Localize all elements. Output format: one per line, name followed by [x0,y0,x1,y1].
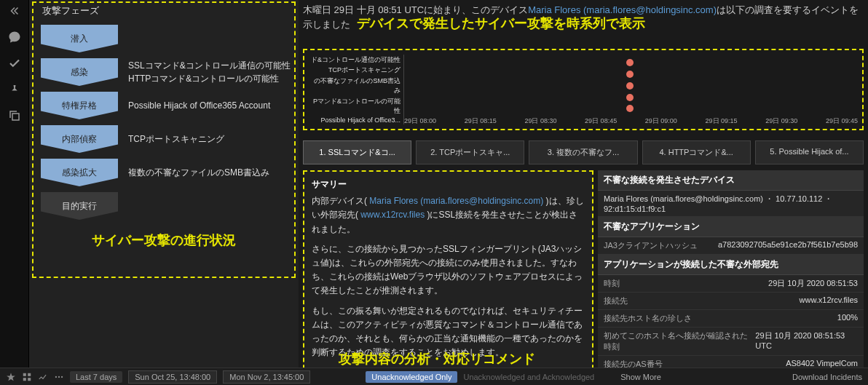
download-incidents[interactable]: Download Incidents [792,373,862,381]
info-column: 不審な接続を発生させたデバイス Maria Flores (maria.flor… [598,170,864,385]
timeline-y-label: の不審なファイルのSMB書込み [309,76,401,95]
star-icon[interactable] [6,372,16,382]
timeline-x-tick: 29日 09:45 [826,116,858,126]
svg-point-5 [55,376,57,377]
info-row: 初めてこのホスト名へ接続が確認された時刻29日 10月 2020 08:51:5… [598,328,864,356]
timeline-x-tick: 29日 09:15 [706,116,738,126]
info-row: 時刻29日 10月 2020 08:51:53 [598,275,864,293]
grid-icon[interactable] [22,372,32,382]
device-link[interactable]: Maria Flores (maria.flores@holdingsinc.c… [528,4,717,15]
timeline-x-tick: 29日 09:30 [765,116,797,126]
pin-icon[interactable] [8,83,21,96]
info-app-title: 不審なアプリケーション [598,217,864,237]
filter-unacknowledged[interactable]: Unacknowledged Only [366,371,457,383]
svg-rect-3 [23,378,26,381]
right-panel: 木曜日 29日 十月 08:51 UTCに始まり、このデバイスMaria Flo… [299,0,868,368]
svg-point-6 [58,376,60,377]
detail-tabs: 1. SSLコマンド&コ...2. TCPポートスキャ...3. 複数の不審なフ… [303,140,864,164]
svg-rect-2 [28,373,31,376]
left-rail [0,0,29,368]
summary-dest-link[interactable]: www.x12rcv.files [360,210,425,220]
timeline-chart: ド&コントロール通信の可能性TCPポートスキャニングの不審なファイルのSMB書込… [303,49,864,130]
collapse-icon[interactable] [8,4,21,17]
info-dest-title: アプリケーションが接続した不審な外部宛先 [598,255,864,275]
timeline-y-label: Pマンド&コントロールの可能性 [309,97,401,116]
detail-tab-3[interactable]: 3. 複数の不審なフ... [529,140,637,164]
start-date[interactable]: Sun Oct 25, 13:48:00 [128,370,217,384]
timeline-y-label: TCPポートスキャニング [309,66,401,75]
timeline-event-dot[interactable] [626,105,634,112]
svg-rect-4 [28,378,31,381]
time-range-selector[interactable]: Last 7 days [70,371,122,383]
info-row: 接続先www.x12rcv.files [598,293,864,310]
detail-tab-4[interactable]: 4. HTTPコマンド&... [642,140,751,164]
check-icon[interactable] [8,57,21,70]
chart-icon[interactable] [38,372,48,382]
footer-bar: Last 7 days Sun Oct 25, 13:48:00 Mon Nov… [0,368,868,385]
filter-both[interactable]: Unacknowledged and Acknowledged [463,373,594,381]
svg-rect-0 [12,114,19,120]
info-device-value: Maria Flores (maria.flores@holdingsinc.c… [604,194,858,213]
detail-tab-5[interactable]: 5. Possible Hijack of... [755,140,864,164]
chat-icon[interactable] [8,31,21,44]
timeline-y-label: ド&コントロール通信の可能性 [309,55,401,65]
info-row: 接続先ホスト名の珍しさ100% [598,310,864,328]
timeline-event-dot[interactable] [626,59,634,66]
timeline-event-dot[interactable] [626,82,634,90]
summary-title: サマリー [312,178,585,191]
timeline-event-dot[interactable] [626,71,634,78]
timeline-x-tick: 29日 08:30 [524,116,556,126]
more-icon[interactable] [54,372,64,382]
show-more-button[interactable]: Show More [620,373,661,381]
annotation-timeline: デバイスで発生したサイバー攻撃を時系列で表示 [357,15,645,32]
timeline-event-dot[interactable] [626,94,634,101]
copy-icon[interactable] [8,109,21,122]
svg-rect-1 [23,373,26,376]
info-device-title: 不審な接続を発生させたデバイス [598,170,864,191]
summary-device-link[interactable]: Maria Flores (maria.flores@holdingsinc.c… [369,196,543,206]
svg-point-7 [61,376,63,377]
timeline-x-tick: 29日 09:00 [645,116,677,126]
timeline-x-tick: 29日 08:45 [585,116,617,126]
timeline-y-label: Possible Hijack of Office3... [309,116,401,124]
timeline-x-tick: 29日 08:00 [404,116,436,126]
annotation-analysis: 攻撃内容の分析・対応リコメンド [339,350,535,368]
timeline-x-tick: 29日 08:15 [465,116,497,126]
end-date[interactable]: Mon Nov 2, 13:45:00 [223,370,310,384]
detail-tab-2[interactable]: 2. TCPポートスキャ... [416,140,524,164]
detail-tab-1[interactable]: 1. SSLコマンド&コ... [303,140,411,164]
attack-phase-panel: 攻撃フェーズ 潜入感染SSLコマンド&コントロール通信の可能性HTTPコマンド&… [29,0,299,368]
